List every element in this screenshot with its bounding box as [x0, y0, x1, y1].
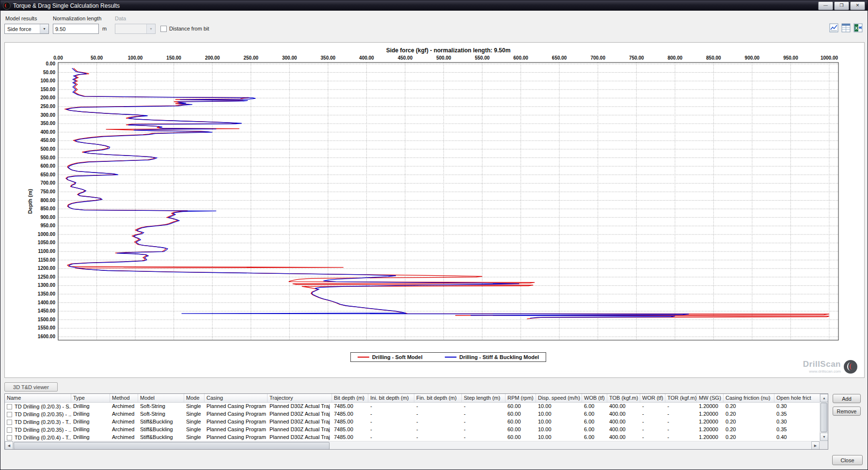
data-label: Data [115, 16, 126, 21]
table-row[interactable]: TD Drilling (0.2/0.3) - S...DrillingArch… [5, 403, 820, 410]
cell-step-length-m: - [462, 403, 505, 410]
svg-text:0.00: 0.00 [53, 55, 63, 61]
3d-td-viewer-button[interactable]: 3D T&D viewer [4, 382, 58, 392]
svg-text:150.00: 150.00 [166, 55, 181, 61]
svg-text:100.00: 100.00 [128, 55, 143, 61]
horizontal-scroll-thumb[interactable] [14, 442, 330, 450]
normalization-length-label: Normalization length [53, 16, 101, 21]
model-results-select[interactable]: Side force [4, 24, 49, 34]
cell-casing-friction-nu: 0.20 [724, 403, 774, 410]
table-row[interactable]: TD Drilling (0.2/0.35) - ...DrillingArch… [5, 426, 820, 434]
distance-from-bit-checkbox[interactable] [160, 26, 167, 32]
svg-text:400.00: 400.00 [359, 55, 374, 61]
cell-type: Drilling [71, 418, 110, 426]
svg-text:550.00: 550.00 [40, 155, 55, 160]
maximize-icon[interactable]: ❐ [834, 1, 849, 10]
table-row[interactable]: TD Drilling (0.2/0.3) - T...DrillingArch… [5, 418, 820, 426]
column-header-step-length-m[interactable]: Step length (m) [462, 394, 505, 402]
row-checkbox[interactable] [7, 404, 12, 409]
column-header-open-hole-frict[interactable]: Open hole frict [774, 394, 820, 402]
column-header-bit-depth-m[interactable]: Bit depth (m) [332, 394, 368, 402]
cell-casing-friction-nu: 0.20 [724, 410, 774, 418]
scroll-left-icon[interactable]: ◀ [5, 441, 13, 450]
cell-step-length-m: - [462, 426, 505, 434]
column-header-disp-speed-m-h[interactable]: Disp. speed (m/h) [536, 394, 582, 402]
column-header-tob-kgf-m[interactable]: TOB (kgf.m) [607, 394, 640, 402]
cell-casing: Planned Casing Program [205, 403, 268, 410]
column-header-wor-tf[interactable]: WOR (tf) [640, 394, 665, 402]
close-button[interactable]: Close [832, 455, 863, 465]
scrollbar-corner [820, 441, 828, 449]
svg-text:650.00: 650.00 [40, 172, 55, 177]
svg-text:1150.00: 1150.00 [38, 257, 55, 263]
row-checkbox[interactable] [7, 420, 12, 425]
drillscan-watermark: DrillScan www.drillscan.com [803, 360, 857, 374]
normalization-length-input[interactable] [53, 24, 99, 34]
legend-label: Drilling - Stiff & Buckling Model [459, 354, 539, 360]
cell-model: Stiff&Buckling [138, 418, 184, 426]
cell-mode: Single [184, 426, 205, 434]
table-row[interactable]: TD Drilling (0.2/0.35) - ...DrillingArch… [5, 410, 820, 418]
grid-icon[interactable] [841, 23, 851, 32]
cell-wor-tf: - [640, 434, 665, 441]
cell-name: TD Drilling (0.2/0.3) - S... [5, 403, 71, 410]
column-header-mode[interactable]: Mode [184, 394, 205, 402]
column-header-fin-bit-depth-m[interactable]: Fin. bit depth (m) [414, 394, 462, 402]
column-header-tor-kgf-m[interactable]: TOR (kgf.m) [665, 394, 697, 402]
cell-trajectory: Planned D30Z Actual Traj [268, 410, 332, 418]
row-checkbox[interactable] [7, 427, 12, 433]
column-header-casing-friction-nu[interactable]: Casing friction (nu) [724, 394, 774, 402]
svg-text:50.00: 50.00 [91, 55, 103, 61]
column-header-ini-bit-depth-m[interactable]: Ini. bit depth (m) [368, 394, 414, 402]
column-header-type[interactable]: Type [71, 394, 110, 402]
svg-text:1200.00: 1200.00 [38, 266, 56, 271]
column-header-trajectory[interactable]: Trajectory [268, 394, 332, 402]
scroll-down-icon[interactable]: ▼ [820, 433, 828, 441]
row-checkbox[interactable] [7, 435, 12, 440]
legend-label: Drilling - Soft Model [372, 354, 423, 360]
cell-type: Drilling [71, 410, 110, 418]
close-icon[interactable]: ✕ [850, 1, 865, 10]
chart-panel: Side force (kgf) - normalization length:… [4, 42, 865, 378]
cell-step-length-m: - [462, 434, 505, 441]
column-header-method[interactable]: Method [110, 394, 138, 402]
cell-mw-sg: 1.20000 [697, 410, 724, 418]
chart-icon[interactable] [829, 23, 838, 32]
svg-text:800.00: 800.00 [40, 198, 55, 203]
row-checkbox[interactable] [7, 412, 12, 417]
svg-text:500.00: 500.00 [40, 146, 55, 152]
cell-disp-speed-m-h: 10.00 [536, 410, 582, 418]
table-row[interactable]: TD Drilling (0.2/0.4) - T...DrillingArch… [5, 434, 820, 441]
svg-text:150.00: 150.00 [40, 87, 55, 92]
cell-name: TD Drilling (0.2/0.4) - T... [5, 434, 71, 441]
legend-item-soft-model: Drilling - Soft Model [358, 354, 423, 360]
svg-text:1350.00: 1350.00 [38, 291, 56, 297]
toolbar: Model results Normalization length Data … [0, 11, 868, 42]
cell-fin-bit-depth-m: - [414, 434, 462, 441]
cell-mode: Single [184, 410, 205, 418]
svg-text:1300.00: 1300.00 [38, 282, 56, 288]
column-header-name[interactable]: Name [5, 394, 71, 402]
data-select[interactable] [115, 24, 156, 34]
svg-text:900.00: 900.00 [745, 55, 760, 61]
svg-text:400.00: 400.00 [40, 129, 55, 135]
scroll-right-icon[interactable]: ▶ [811, 441, 820, 450]
vertical-scrollbar[interactable]: ▲ ▼ [820, 394, 828, 441]
minimize-icon[interactable]: — [818, 1, 833, 10]
column-header-rpm-rpm[interactable]: RPM (rpm) [505, 394, 536, 402]
scroll-up-icon[interactable]: ▲ [820, 394, 828, 402]
column-header-casing[interactable]: Casing [205, 394, 268, 402]
cell-tor-kgf-m: - [665, 426, 697, 434]
excel-export-icon[interactable]: X [853, 23, 863, 32]
cell-disp-speed-m-h: 10.00 [536, 418, 582, 426]
cell-wob-tf: 6.00 [582, 410, 607, 418]
column-header-wob-tf[interactable]: WOB (tf) [582, 394, 607, 402]
cell-casing: Planned Casing Program [205, 434, 268, 441]
column-header-model[interactable]: Model [138, 394, 184, 402]
svg-text:900.00: 900.00 [40, 215, 55, 220]
add-button[interactable]: Add [833, 394, 861, 403]
vertical-scroll-thumb[interactable] [821, 403, 827, 432]
horizontal-scrollbar[interactable]: ◀ ▶ [5, 441, 820, 449]
column-header-mw-sg[interactable]: MW (SG) [697, 394, 724, 402]
remove-button[interactable]: Remove [833, 407, 861, 416]
